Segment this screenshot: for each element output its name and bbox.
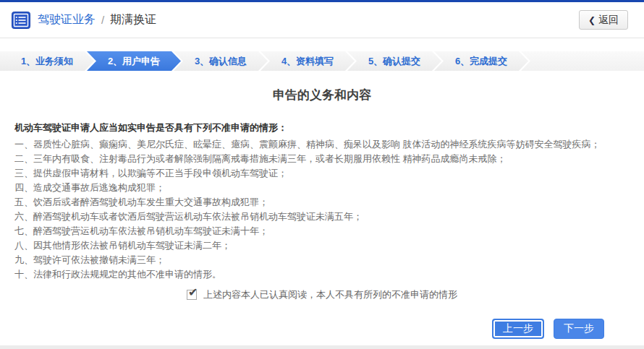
- notice-item-7: 七、醉酒驾驶营运机动车依法被吊销机动车驾驶证未满十年；: [14, 224, 630, 238]
- notice-item-1: 一、器质性心脏病、癫痫病、美尼尔氏症、眩晕症、癔病、震颤麻痹、精神病、痴呆以及影…: [14, 137, 630, 152]
- wizard-step-6-label: 6、完成提交: [455, 56, 507, 66]
- back-button-label: 返回: [598, 14, 619, 27]
- agreement-row: ✔ 上述内容本人已认真阅读，本人不具有所列的不准申请的情形: [0, 288, 644, 301]
- notice-item-4: 四、造成交通事故后逃逸构成犯罪；: [14, 181, 630, 195]
- wizard-step-1[interactable]: 1、业务须知: [0, 51, 94, 71]
- wizard-tail: [521, 51, 644, 71]
- wizard-step-5-label: 5、确认提交: [368, 56, 420, 66]
- footer-actions: 上一步 下一步: [492, 319, 604, 339]
- notice-item-8: 八、因其他情形依法被吊销机动车驾驶证未满二年；: [14, 238, 630, 253]
- breadcrumb-current: 期满换证: [110, 12, 156, 27]
- notice-item-10: 十、法律和行政法规规定的其他不准申请的情形。: [14, 267, 630, 282]
- wizard-step-2[interactable]: 2、用户申告: [87, 51, 181, 71]
- agreement-label: 上述内容本人已认真阅读，本人不具有所列的不准申请的情形: [203, 288, 457, 301]
- checkmark-icon: ✔: [188, 285, 198, 299]
- chevron-left-icon: ❮: [588, 15, 596, 25]
- header: 驾驶证业务 / 期满换证 ❮ 返回: [0, 2, 644, 38]
- next-step-button[interactable]: 下一步: [554, 319, 604, 339]
- wizard-step-4[interactable]: 4、资料填写: [260, 51, 355, 71]
- breadcrumb-root-link[interactable]: 驾驶证业务: [38, 12, 96, 27]
- wizard-step-6[interactable]: 6、完成提交: [434, 51, 528, 71]
- license-card-icon: [12, 12, 30, 29]
- notice-item-2: 二、三年内有吸食、注射毒品行为或者解除强制隔离戒毒措施未满三年，或者长期服用依赖…: [14, 152, 630, 166]
- wizard-step-4-label: 4、资料填写: [281, 56, 334, 66]
- notice-item-9: 九、驾驶许可依法被撤销未满三年；: [14, 253, 630, 267]
- notice-item-6: 六、醉酒驾驶机动车或者饮酒后驾驶营运机动车依法被吊销机动车驾驶证未满五年；: [14, 210, 630, 224]
- wizard-step-2-label: 2、用户申告: [108, 56, 160, 66]
- wizard-step-3[interactable]: 3、确认信息: [174, 51, 268, 71]
- notice-item-3: 三、提供虚假申请材料，以欺骗等不正当手段申领机动车驾驶证；: [14, 166, 630, 181]
- notice-intro: 机动车驾驶证申请人应当如实申告是否具有下列不准申请的情形：: [14, 121, 630, 135]
- agreement-checkbox[interactable]: ✔: [187, 290, 197, 300]
- wizard-step-3-label: 3、确认信息: [195, 56, 247, 66]
- bottom-edge-divider: [0, 345, 644, 349]
- notice-item-5: 五、饮酒后或者醉酒驾驶机动车发生重大交通事故构成犯罪；: [14, 195, 630, 210]
- previous-step-button[interactable]: 上一步: [492, 319, 544, 339]
- step-wizard: 1、业务须知 2、用户申告 3、确认信息 4、资料填写 5、确认提交 6、完成提…: [0, 51, 644, 71]
- declaration-notice: 机动车驾驶证申请人应当如实申告是否具有下列不准申请的情形： 一、器质性心脏病、癫…: [0, 121, 644, 282]
- back-button[interactable]: ❮ 返回: [579, 10, 628, 30]
- wizard-step-5[interactable]: 5、确认提交: [347, 51, 441, 71]
- breadcrumb-separator: /: [101, 14, 104, 26]
- page-title: 申告的义务和内容: [0, 87, 644, 103]
- wizard-step-1-label: 1、业务须知: [21, 56, 73, 66]
